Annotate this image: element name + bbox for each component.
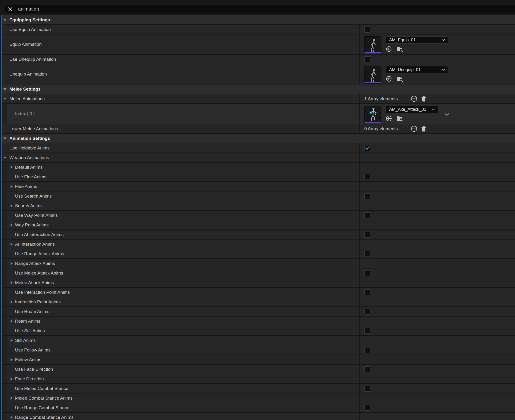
- expander-weapon-animations[interactable]: [3, 157, 9, 159]
- checkbox-use-range-combat-stance[interactable]: [364, 405, 371, 411]
- checkbox-use-face-direction[interactable]: [364, 366, 371, 372]
- expander-follow-anims[interactable]: [10, 358, 15, 361]
- checkbox-use-melee-combat-stance[interactable]: [364, 385, 371, 392]
- property-label: Search Anims: [15, 203, 43, 208]
- expander-melee-animations[interactable]: [3, 98, 9, 100]
- expander-default-anims[interactable]: [10, 166, 15, 169]
- indent-gutter: [2, 278, 7, 287]
- collapsed-triangle-icon[interactable]: [10, 185, 13, 188]
- collapsed-triangle-icon[interactable]: [10, 416, 13, 419]
- asset-name: AM_Equip_01: [389, 38, 441, 43]
- collapsed-triangle-icon[interactable]: [10, 320, 13, 323]
- add-element-icon[interactable]: [411, 96, 417, 102]
- indent-gutter: [2, 240, 7, 249]
- checkbox-use-melee-attack-anims[interactable]: [364, 270, 371, 276]
- indent-gutter: [2, 163, 7, 172]
- property-label: Melee Attack Anims: [15, 280, 54, 285]
- expander-still-anims[interactable]: [10, 339, 15, 342]
- checkbox-use-unequip-animation[interactable]: [364, 56, 371, 62]
- add-element-icon[interactable]: [411, 126, 417, 132]
- use-selected-asset-icon[interactable]: [386, 115, 392, 122]
- use-selected-asset-icon[interactable]: [386, 75, 392, 82]
- collapsed-triangle-icon[interactable]: [10, 281, 13, 284]
- expander-range-attack-anims[interactable]: [10, 262, 15, 265]
- asset-thumbnail[interactable]: [364, 36, 381, 54]
- property-label: Use Interaction Point Anims: [15, 290, 70, 295]
- property-row-index-0: Index [ 0 ] AM_Axe_Attack_01: [2, 104, 515, 124]
- asset-dropdown-equip-animation[interactable]: AM_Equip_01: [386, 36, 448, 44]
- browse-to-asset-icon[interactable]: [396, 115, 403, 122]
- property-label: Equip Animation: [9, 42, 42, 47]
- expander-way-point-anims[interactable]: [10, 223, 15, 227]
- expander-interaction-point-anims[interactable]: [10, 300, 15, 304]
- checkbox-use-way-point-anims[interactable]: [364, 212, 371, 218]
- category-header-equipping-settings[interactable]: Equipping Settings: [2, 15, 515, 25]
- asset-dropdown-index-0[interactable]: AM_Axe_Attack_01: [386, 106, 439, 113]
- collapsed-triangle-icon[interactable]: [10, 223, 13, 227]
- use-selected-asset-icon[interactable]: [386, 46, 392, 52]
- property-row-interaction-point-anims: Interaction Point Anims: [2, 297, 515, 307]
- category-title: Equipping Settings: [9, 17, 50, 22]
- checkbox-use-range-attack-anims[interactable]: [364, 251, 371, 257]
- asset-dropdown-unequip-animation[interactable]: AM_Unequip_01: [386, 66, 448, 74]
- property-row-use-follow-anims: Use Follow Anims: [2, 345, 515, 355]
- category-header-melee-settings[interactable]: Melee Settings: [2, 84, 515, 94]
- search-input[interactable]: animation: [4, 5, 515, 13]
- collapsed-triangle-icon[interactable]: [10, 166, 13, 169]
- collapsed-triangle-icon[interactable]: [10, 300, 13, 304]
- property-row-use-melee-combat-stance: Use Melee Combat Stance: [2, 384, 515, 393]
- indent-gutter: [2, 220, 7, 229]
- collapsed-triangle-icon[interactable]: [10, 339, 13, 342]
- expander-ai-interaction-anims[interactable]: [10, 243, 15, 246]
- browse-to-asset-icon[interactable]: [396, 46, 403, 52]
- expanded-triangle-icon[interactable]: [3, 88, 7, 90]
- clear-search-icon[interactable]: [8, 7, 13, 12]
- checkbox-use-flee-anims[interactable]: [364, 174, 371, 180]
- expanded-triangle-icon[interactable]: [3, 137, 7, 140]
- collapsed-triangle-icon[interactable]: [10, 377, 13, 381]
- checkbox-use-interaction-point-anims[interactable]: [364, 289, 371, 295]
- indent-gutter: [2, 182, 7, 191]
- category-header-animation-settings[interactable]: Animation Settings: [2, 134, 515, 143]
- checkbox-use-equip-animation[interactable]: [364, 27, 371, 33]
- collapsed-triangle-icon[interactable]: [10, 397, 13, 400]
- property-row-use-range-attack-anims: Use Range Attack Anims: [2, 249, 515, 259]
- collapsed-triangle-icon[interactable]: [10, 358, 13, 361]
- asset-thumbnail[interactable]: [364, 106, 381, 123]
- indent-gutter: [2, 191, 7, 201]
- property-row-equip-animation: Equip Animation AM_Equip_01: [2, 35, 515, 55]
- collapsed-triangle-icon[interactable]: [10, 204, 13, 207]
- checkbox-use-still-anims[interactable]: [364, 328, 371, 334]
- expander-roam-anims[interactable]: [10, 320, 15, 323]
- asset-thumbnail[interactable]: [364, 66, 381, 83]
- property-row-use-still-anims: Use Still Anims: [2, 326, 515, 336]
- browse-to-asset-icon[interactable]: [396, 75, 403, 82]
- property-row-default-anims: Default Anims: [2, 163, 515, 172]
- category-title: Melee Settings: [9, 87, 41, 92]
- property-row-use-melee-attack-anims: Use Melee Attack Anims: [2, 268, 515, 278]
- property-row-use-flee-anims: Use Flee Anims: [2, 172, 515, 182]
- expander-range-combat-stance-anims[interactable]: [10, 416, 15, 419]
- collapsed-triangle-icon[interactable]: [10, 262, 13, 265]
- collapsed-triangle-icon[interactable]: [10, 243, 13, 246]
- checkbox-use-search-anims[interactable]: [364, 193, 371, 199]
- checkbox-use-roam-anims[interactable]: [364, 308, 371, 315]
- expanded-triangle-icon[interactable]: [3, 98, 7, 100]
- indent-gutter: [2, 249, 7, 258]
- expander-melee-attack-anims[interactable]: [10, 281, 15, 284]
- delete-elements-icon[interactable]: [421, 96, 427, 102]
- property-label: Follow Anims: [15, 357, 41, 362]
- delete-elements-icon[interactable]: [421, 126, 427, 132]
- checkbox-use-holdable-anims[interactable]: [364, 145, 371, 151]
- expanded-triangle-icon[interactable]: [3, 157, 7, 159]
- expander-face-direction[interactable]: [10, 377, 15, 381]
- checkbox-use-follow-anims[interactable]: [364, 347, 371, 353]
- expander-flee-anims[interactable]: [10, 185, 15, 188]
- expanded-triangle-icon[interactable]: [3, 19, 7, 21]
- element-expand-chevron-icon[interactable]: [445, 113, 449, 116]
- checkbox-use-ai-interaction-anims[interactable]: [364, 232, 371, 238]
- property-label: Use Unequip Animation: [9, 57, 56, 62]
- indent-gutter: [2, 384, 7, 393]
- expander-search-anims[interactable]: [10, 204, 15, 207]
- expander-melee-combat-stance-anims[interactable]: [10, 397, 15, 400]
